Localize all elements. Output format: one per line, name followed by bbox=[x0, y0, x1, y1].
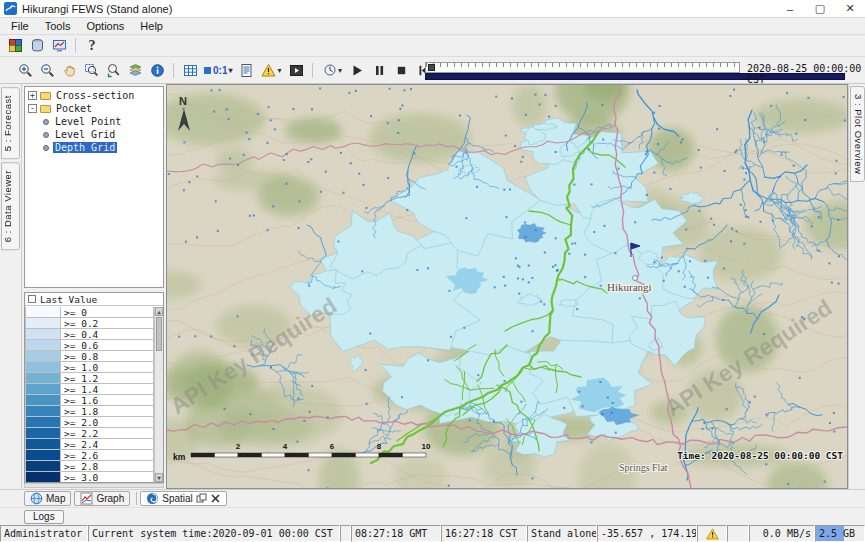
minimize-button[interactable]: – bbox=[775, 0, 805, 17]
tab-data-viewer[interactable]: 6 : Data Viewer bbox=[1, 162, 20, 250]
scroll-down-icon[interactable]: ▼ bbox=[155, 473, 163, 482]
pause-button[interactable] bbox=[368, 60, 390, 80]
tree-toggle-icon[interactable]: - bbox=[28, 104, 37, 113]
current-datetime: 2020-08-25 00:00:00 CST bbox=[747, 63, 865, 85]
tab-forecast[interactable]: 5 : Forecast bbox=[1, 87, 20, 159]
last-value-checkbox[interactable] bbox=[28, 295, 36, 303]
tab-graph[interactable]: Graph bbox=[74, 491, 130, 506]
zoom-previous-button[interactable] bbox=[102, 60, 124, 80]
logs-button[interactable]: Logs bbox=[24, 510, 64, 524]
tab-map[interactable]: Map bbox=[24, 491, 71, 506]
map-time-label: Time: 2020-08-25 00:00:00 CST bbox=[677, 450, 843, 461]
scroll-thumb[interactable] bbox=[156, 317, 162, 351]
scale-tick-label: 8 bbox=[377, 442, 382, 451]
zoom-box-icon bbox=[84, 63, 99, 78]
interval-value: 0:1 bbox=[213, 65, 227, 76]
tree[interactable]: +Cross-section-PocketLevel PointLevel Gr… bbox=[24, 86, 164, 288]
status-coordinates: -35.657 , 174.199 bbox=[597, 525, 697, 542]
zoom-box-button[interactable] bbox=[80, 60, 102, 80]
node-icon bbox=[43, 145, 49, 151]
tree-item-level-grid[interactable]: Level Grid bbox=[25, 128, 163, 141]
close-tab-icon[interactable] bbox=[210, 493, 221, 504]
legend-swatch bbox=[25, 351, 61, 362]
legend-row: >= 0.8 bbox=[25, 351, 154, 362]
legend-swatch bbox=[25, 428, 61, 439]
menu-file[interactable]: File bbox=[3, 20, 37, 32]
zoom-out-button[interactable] bbox=[36, 60, 58, 80]
tree-item-pocket[interactable]: -Pocket bbox=[25, 102, 163, 115]
close-button[interactable]: ✕ bbox=[835, 0, 865, 17]
tree-item-cross-section[interactable]: +Cross-section bbox=[25, 89, 163, 102]
import-button[interactable] bbox=[4, 36, 26, 56]
chevron-down-icon: ▾ bbox=[228, 66, 232, 75]
tree-item-depth-grid[interactable]: Depth Grid bbox=[25, 141, 163, 154]
status-warning-cell[interactable] bbox=[697, 525, 727, 542]
legend-scrollbar[interactable]: ▲ ▼ bbox=[154, 307, 163, 482]
legend-label: >= 1.2 bbox=[61, 373, 154, 384]
window-title: Hikurangi FEWS (Stand alone) bbox=[22, 3, 172, 15]
database-icon bbox=[30, 38, 45, 53]
pan-hand-icon bbox=[62, 63, 77, 78]
legend-label: >= 2.4 bbox=[61, 439, 154, 450]
tab-spatial-label: Spatial bbox=[162, 493, 193, 504]
zoom-in-button[interactable] bbox=[14, 60, 36, 80]
movie-button[interactable] bbox=[285, 60, 307, 80]
title-bar: Hikurangi FEWS (Stand alone) – ▢ ✕ bbox=[0, 0, 865, 18]
play-icon bbox=[351, 64, 364, 77]
report-button[interactable] bbox=[235, 60, 257, 80]
legend-row: >= 0.4 bbox=[25, 329, 154, 340]
animation-settings-dropdown[interactable]: ▾ bbox=[318, 60, 346, 80]
horizontal-scrollbar[interactable] bbox=[24, 483, 164, 488]
scale-tick-label: 4 bbox=[283, 442, 288, 451]
pan-button[interactable] bbox=[58, 60, 80, 80]
legend-label: >= 1.6 bbox=[61, 395, 154, 406]
menu-help[interactable]: Help bbox=[132, 20, 171, 32]
timeline-thumb[interactable] bbox=[428, 64, 435, 71]
legend-label: >= 2.6 bbox=[61, 450, 154, 461]
map-view[interactable]: N API Key Required API Key Required Hiku… bbox=[166, 84, 848, 489]
interval-dropdown[interactable]: 0:1 ▾ bbox=[201, 65, 235, 76]
undock-icon[interactable] bbox=[196, 493, 207, 504]
tab-plot-overview[interactable]: 3 : Plot Overview bbox=[850, 86, 865, 182]
stop-button[interactable] bbox=[390, 60, 412, 80]
help-icon: ? bbox=[89, 38, 96, 54]
scroll-up-icon[interactable]: ▲ bbox=[155, 307, 163, 316]
displays-button[interactable] bbox=[48, 36, 70, 56]
info-button[interactable] bbox=[146, 60, 168, 80]
spatial-icon bbox=[146, 492, 159, 505]
tree-item-label: Level Grid bbox=[53, 129, 117, 140]
menu-options[interactable]: Options bbox=[78, 20, 132, 32]
timeline-slider[interactable] bbox=[425, 62, 740, 73]
database-button[interactable] bbox=[26, 36, 48, 56]
status-local-time: 16:27:18 CST bbox=[441, 525, 527, 542]
node-icon bbox=[43, 132, 49, 138]
warning-icon bbox=[261, 63, 276, 78]
toolbar-separator bbox=[173, 63, 174, 78]
legend-swatch bbox=[25, 395, 61, 406]
help-button[interactable]: ? bbox=[81, 36, 103, 56]
legend-row: >= 2.8 bbox=[25, 461, 154, 472]
tab-spatial[interactable]: Spatial bbox=[140, 491, 227, 506]
status-mode: Stand alone bbox=[527, 525, 597, 542]
legend-row: >= 0 bbox=[25, 307, 154, 318]
grid-display-button[interactable] bbox=[179, 60, 201, 80]
warnings-dropdown[interactable]: ▾ bbox=[257, 60, 285, 80]
legend-row: >= 2.6 bbox=[25, 450, 154, 461]
legend-label: >= 0.4 bbox=[61, 329, 154, 340]
legend-swatch bbox=[25, 450, 61, 461]
zoom-in-icon bbox=[18, 63, 33, 78]
maximize-button[interactable]: ▢ bbox=[805, 0, 835, 17]
tree-item-level-point[interactable]: Level Point bbox=[25, 115, 163, 128]
tree-toggle-icon[interactable]: + bbox=[28, 91, 37, 100]
play-button[interactable] bbox=[346, 60, 368, 80]
animation-settings-icon bbox=[323, 63, 337, 77]
node-icon bbox=[43, 119, 49, 125]
graph-icon bbox=[80, 492, 93, 505]
tab-separator bbox=[136, 492, 137, 505]
legend-row: >= 0.2 bbox=[25, 318, 154, 329]
layers-button[interactable] bbox=[124, 60, 146, 80]
folder-icon bbox=[40, 105, 51, 113]
menu-tools[interactable]: Tools bbox=[37, 20, 79, 32]
town-label: Hikurangi bbox=[607, 281, 652, 293]
tree-item-label: Level Point bbox=[53, 116, 123, 127]
